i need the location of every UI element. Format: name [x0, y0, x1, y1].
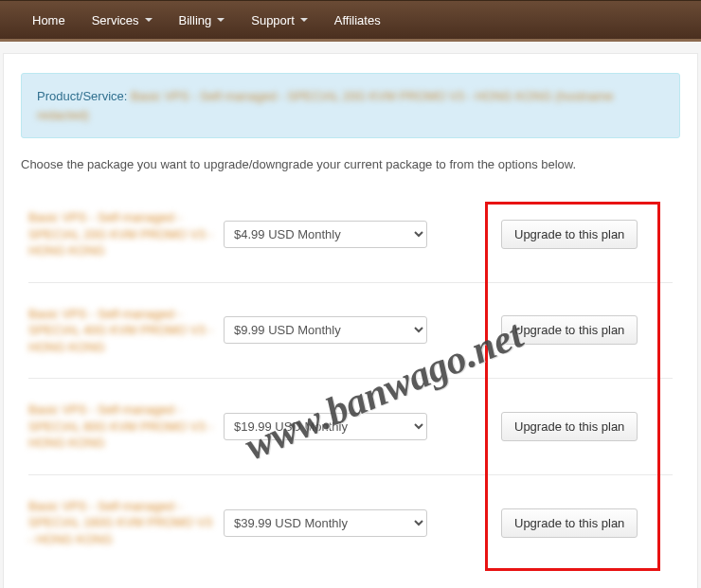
chevron-down-icon	[145, 18, 153, 22]
nav-support[interactable]: Support	[238, 3, 321, 38]
chevron-down-icon	[300, 18, 308, 22]
upgrade-button[interactable]: Upgrade to this plan	[501, 508, 638, 538]
plan-row: Basic VPS - Self-managed - SPECIAL 160G …	[28, 475, 673, 571]
plan-price-select[interactable]: $39.99 USD Monthly	[224, 509, 427, 537]
plan-name: Basic VPS - Self-managed - SPECIAL 80G K…	[28, 401, 218, 452]
product-service-info: Product/Service: Basic VPS - Self-manage…	[21, 73, 680, 138]
upgrade-button[interactable]: Upgrade to this plan	[501, 412, 638, 441]
chevron-down-icon	[217, 18, 225, 22]
nav-support-label: Support	[251, 13, 295, 27]
plan-name: Basic VPS - Self-managed - SPECIAL 40G K…	[28, 306, 218, 356]
nav-billing[interactable]: Billing	[166, 3, 239, 38]
upgrade-plan-table: Basic VPS - Self-managed - SPECIAL 20G K…	[21, 187, 680, 579]
instructions-text: Choose the package you want to upgrade/d…	[21, 157, 680, 171]
plan-row: Basic VPS - Self-managed - SPECIAL 20G K…	[28, 187, 673, 283]
upgrade-button[interactable]: Upgrade to this plan	[501, 220, 638, 249]
plan-price-select[interactable]: $19.99 USD Monthly	[224, 413, 427, 440]
nav-services[interactable]: Services	[79, 3, 166, 38]
plan-row: Basic VPS - Self-managed - SPECIAL 80G K…	[28, 379, 673, 475]
plan-name: Basic VPS - Self-managed - SPECIAL 20G K…	[28, 209, 218, 259]
product-service-label: Product/Service:	[37, 89, 127, 103]
nav-affiliates-label: Affiliates	[334, 13, 381, 27]
nav-billing-label: Billing	[179, 13, 212, 27]
content-area: Product/Service: Basic VPS - Self-manage…	[3, 53, 698, 588]
main-navbar: Home Services Billing Support Affiliates	[0, 0, 701, 42]
nav-affiliates[interactable]: Affiliates	[321, 3, 394, 38]
plan-row: Basic VPS - Self-managed - SPECIAL 40G K…	[28, 283, 673, 380]
nav-home-label: Home	[32, 13, 65, 27]
nav-home[interactable]: Home	[19, 3, 79, 38]
plan-price-select[interactable]: $9.99 USD Monthly	[224, 316, 427, 344]
nav-services-label: Services	[92, 13, 139, 27]
upgrade-button[interactable]: Upgrade to this plan	[501, 315, 638, 345]
plan-price-select[interactable]: $4.99 USD Monthly	[224, 221, 427, 248]
plan-name: Basic VPS - Self-managed - SPECIAL 160G …	[28, 498, 218, 548]
